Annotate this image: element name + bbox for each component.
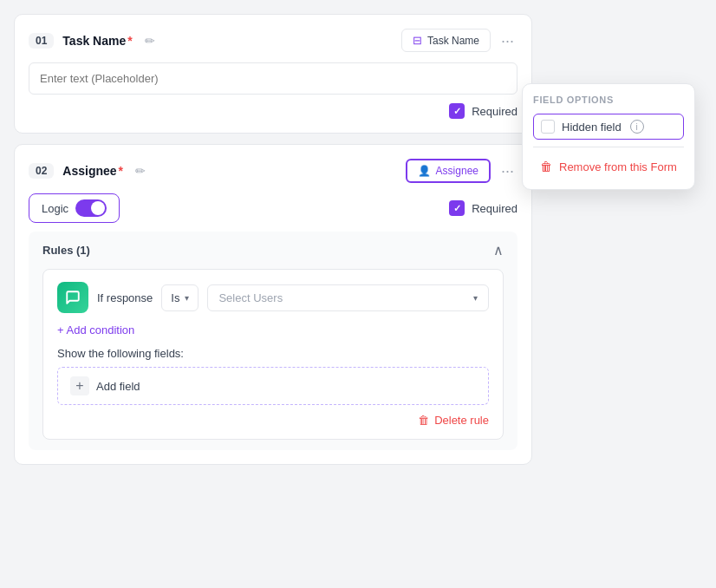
task-required-checkbox[interactable]: [449, 103, 465, 119]
task-type-icon: ⊟: [413, 34, 422, 47]
step-badge-02: 02: [29, 163, 54, 179]
assignee-type-label: Assignee: [436, 165, 478, 177]
rule-condition-row: If response Is ▾ Select Users ▾: [57, 282, 489, 313]
task-name-card: 01 Task Name* ✏ ⊟ Task Name ··· Required: [14, 14, 532, 134]
add-field-label: Add field: [96, 380, 140, 393]
remove-from-form-button[interactable]: 🗑 Remove from this Form: [533, 154, 684, 179]
if-response-label: If response: [97, 291, 153, 304]
task-more-button[interactable]: ···: [498, 31, 517, 50]
remove-label: Remove from this Form: [559, 160, 677, 173]
task-name-header-right: ⊟ Task Name ···: [401, 29, 517, 52]
select-users-dropdown[interactable]: Select Users ▾: [207, 284, 489, 311]
task-placeholder-input[interactable]: [29, 62, 517, 95]
logic-label: Logic: [42, 202, 68, 215]
assignee-type-icon: 👤: [418, 165, 431, 177]
field-options-popover: FIELD OPTIONS Hidden field i 🗑 Remove fr…: [522, 83, 695, 190]
hidden-field-option[interactable]: Hidden field i: [533, 114, 684, 140]
condition-chevron-icon: ▾: [185, 293, 189, 303]
rules-title: Rules (1): [42, 244, 90, 257]
rule-icon: [57, 282, 88, 313]
show-fields-label: Show the following fields:: [57, 347, 489, 360]
rule-card: If response Is ▾ Select Users ▾ + Add co…: [42, 269, 504, 440]
task-name-header-left: 01 Task Name* ✏: [29, 33, 155, 49]
hidden-field-label: Hidden field: [562, 121, 622, 134]
assignee-more-button[interactable]: ···: [498, 161, 517, 180]
logic-toggle[interactable]: [75, 199, 107, 217]
rules-header: Rules (1) ∧: [42, 242, 504, 258]
assignee-edit-icon[interactable]: ✏: [135, 164, 146, 178]
delete-rule-button[interactable]: 🗑 Delete rule: [418, 414, 489, 427]
rules-section: Rules (1) ∧ If response Is ▾: [29, 232, 517, 450]
select-users-chevron-icon: ▾: [473, 293, 478, 303]
task-name-title: Task Name*: [62, 34, 132, 48]
assignee-header-left: 02 Assignee* ✏: [29, 163, 146, 179]
task-name-edit-icon[interactable]: ✏: [145, 34, 155, 48]
select-users-placeholder: Select Users: [218, 291, 283, 304]
logic-row: Logic Required: [29, 193, 517, 223]
assignee-required-checkbox[interactable]: [449, 200, 465, 216]
rule-footer: 🗑 Delete rule: [57, 414, 489, 427]
task-type-button[interactable]: ⊟ Task Name: [401, 29, 491, 52]
assignee-header: 02 Assignee* ✏ 👤 Assignee ···: [29, 159, 517, 183]
assignee-required-label: Required: [472, 202, 517, 215]
assignee-required-wrapper: Required: [449, 200, 517, 216]
assignee-title: Assignee*: [62, 164, 123, 178]
remove-icon: 🗑: [540, 160, 552, 173]
task-required-label: Required: [472, 105, 517, 118]
add-field-button[interactable]: + Add field: [57, 367, 489, 405]
delete-rule-trash-icon: 🗑: [418, 414, 429, 427]
rules-collapse-button[interactable]: ∧: [493, 242, 504, 258]
condition-value: Is: [171, 291, 179, 304]
add-condition-button[interactable]: + Add condition: [57, 322, 134, 338]
assignee-type-button[interactable]: 👤 Assignee: [406, 159, 491, 183]
hidden-field-checkbox[interactable]: [541, 120, 555, 134]
hidden-field-info-icon[interactable]: i: [630, 120, 644, 134]
popover-divider: [533, 147, 684, 147]
condition-dropdown[interactable]: Is ▾: [161, 284, 199, 311]
assignee-card: 02 Assignee* ✏ 👤 Assignee ··· Logic: [14, 144, 532, 465]
add-condition-label: + Add condition: [57, 323, 134, 336]
popover-title: FIELD OPTIONS: [533, 95, 684, 105]
task-name-header: 01 Task Name* ✏ ⊟ Task Name ···: [29, 29, 517, 52]
logic-button[interactable]: Logic: [29, 193, 120, 223]
step-badge-01: 01: [29, 33, 54, 49]
assignee-header-right: 👤 Assignee ···: [406, 159, 517, 183]
delete-rule-label: Delete rule: [434, 414, 489, 427]
add-field-plus-icon: +: [70, 376, 89, 395]
task-card-footer: Required: [29, 103, 517, 119]
task-type-label: Task Name: [427, 35, 479, 47]
